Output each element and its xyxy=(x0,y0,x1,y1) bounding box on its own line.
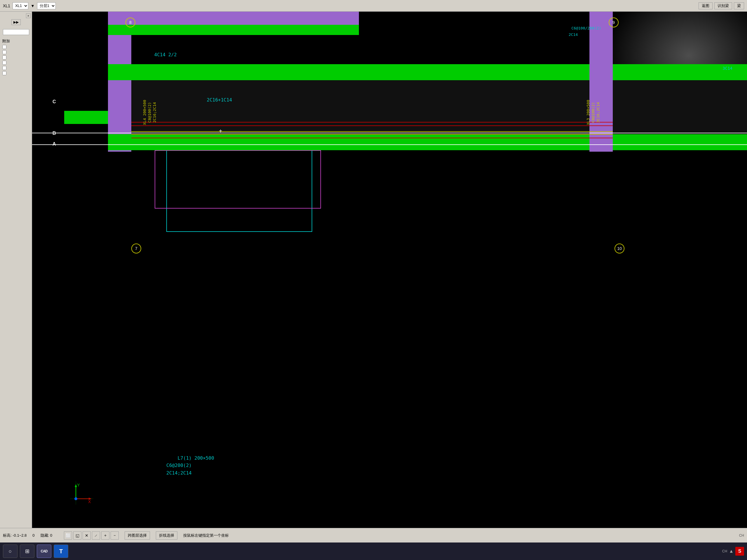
axis-a-line xyxy=(32,144,747,145)
xl3-text: XL3 200×500C8@100(2)3C16;2C14 xyxy=(586,100,601,125)
svg-text:X: X xyxy=(88,499,91,504)
right-3c14: 3C14 xyxy=(713,60,732,77)
rebar-line-1 xyxy=(131,122,613,123)
node-10: 10 xyxy=(615,243,624,254)
node-8: 8 xyxy=(126,18,135,27)
svg-text:Y: Y xyxy=(77,483,80,487)
identify-beam-btn[interactable]: 识别梁 xyxy=(714,2,732,9)
element-select[interactable]: XL1 xyxy=(12,2,28,9)
xl4-text-container: XL4 200×500C8@100(2)2C16;2C14 xyxy=(146,76,163,134)
top-rebar-2c14: 2C14 xyxy=(559,27,578,43)
axis-b-label: B xyxy=(53,131,56,136)
top-toolbar: XL1 XL1 ▼ 分层1 返图 识别梁 梁 xyxy=(0,0,747,12)
checkbox-6[interactable] xyxy=(2,71,6,75)
zero-label: 0 xyxy=(32,533,34,537)
node-9: 9 xyxy=(609,18,619,27)
green-overlay-top xyxy=(108,25,359,35)
checkbox-2[interactable] xyxy=(2,50,6,54)
top-right-buttons: 返图 识别梁 梁 xyxy=(699,2,744,9)
green-accent-left xyxy=(64,111,108,124)
plus-btn[interactable]: ＋ xyxy=(101,531,109,540)
l7-text: L7(1) 200×500C6@200(2)2C14;2C14 xyxy=(166,447,214,484)
instruction-text: 按鼠标左键指定第一个坐标 xyxy=(183,533,229,538)
checkbox-3[interactable] xyxy=(2,55,6,59)
layer-label: ▼ xyxy=(31,3,35,8)
node-7: 7 xyxy=(131,243,141,254)
hidden-label: 隐藏: 0 xyxy=(41,533,52,538)
green-beam-bottom xyxy=(108,134,747,150)
crosshair: + xyxy=(219,128,222,134)
xl3-text-container: XL3 200×500C8@100(2)3C16;2C14 xyxy=(589,76,607,134)
taskbar-s-btn[interactable]: S xyxy=(735,547,744,556)
taskbar-right: CH ▲ S xyxy=(722,547,744,556)
sidebar-expand-btn[interactable]: ▶▶ xyxy=(11,19,21,25)
taskbar: ○ ⊞ CAD T CH ▲ S xyxy=(0,542,747,560)
rebar-line-3 xyxy=(131,138,613,138)
axis-a-label: A xyxy=(53,141,56,147)
corner-label: CH xyxy=(739,533,744,537)
polyline-select-btn[interactable]: 折线选择 xyxy=(156,531,177,540)
xl4-text: XL4 200×500C8@100(2)2C16;2C14 xyxy=(143,100,157,125)
checkbox-row-4 xyxy=(2,61,6,65)
snap-box-btn[interactable]: ◱ xyxy=(73,531,81,540)
checkbox-row-6 xyxy=(2,71,6,75)
cross-layer-btn[interactable]: 跨图层选择 xyxy=(125,531,150,540)
axis-indicator: Y X xyxy=(70,481,93,505)
taskbar-ch-label: CH xyxy=(722,549,727,553)
minus-btn[interactable]: － xyxy=(110,531,119,540)
elevation-label: 标高: -0.1~2.8 xyxy=(3,533,27,538)
taskbar-circle-btn[interactable]: ○ xyxy=(3,544,18,558)
green-beam-top xyxy=(108,64,747,80)
taskbar-up-icon: ▲ xyxy=(729,549,733,554)
yellow-line-2 xyxy=(131,134,613,135)
axis-c-label: C xyxy=(53,99,56,104)
cad-canvas[interactable]: C B A 8 7 10 9 C6@100/200(2) 2C14 4C14 2… xyxy=(32,12,747,528)
checkbox-row-1 xyxy=(2,45,6,49)
snap-rect-btn[interactable]: ⬜ xyxy=(64,531,72,540)
element-label: XL1 xyxy=(3,3,10,8)
taskbar-t-btn[interactable]: T xyxy=(54,544,68,558)
checkbox-1[interactable] xyxy=(2,45,6,49)
icon-buttons: ⬜ ◱ ✕ ⟋ ＋ － xyxy=(64,531,119,540)
checkbox-row-3 xyxy=(2,55,6,59)
return-btn[interactable]: 返图 xyxy=(699,2,713,9)
layer-select[interactable]: 分层1 xyxy=(37,2,56,9)
purple-mid-left xyxy=(108,111,131,128)
rebar-line-2 xyxy=(131,126,613,126)
sidebar-close-btn[interactable]: × xyxy=(26,14,31,18)
taskbar-grid-btn[interactable]: ⊞ xyxy=(20,544,34,558)
taskbar-cad-btn[interactable]: CAD xyxy=(37,544,51,558)
top-4c14: 4C14 2/2 xyxy=(143,45,177,65)
sidebar-search-input[interactable] xyxy=(3,29,29,35)
beam-btn[interactable]: 梁 xyxy=(734,2,744,9)
yellow-line-1 xyxy=(131,131,613,132)
checkbox-row-5 xyxy=(2,66,6,70)
purple-beam-top-h xyxy=(108,12,359,26)
axis-b-line xyxy=(32,133,747,133)
magenta-box xyxy=(155,150,321,209)
bottom-status-bar: 标高: -0.1~2.8 0 隐藏: 0 ⬜ ◱ ✕ ⟋ ＋ － 跨图层选择 折… xyxy=(0,528,747,542)
left-sidebar: × ▶▶ 附加 xyxy=(0,12,32,528)
center-2c16: 2C16+1C14 xyxy=(196,90,232,110)
checkbox-row-2 xyxy=(2,50,6,54)
sidebar-section-label: 附加 xyxy=(2,38,10,44)
close-btn[interactable]: ✕ xyxy=(83,531,91,540)
checkbox-4[interactable] xyxy=(2,61,6,65)
angle-btn[interactable]: ⟋ xyxy=(92,531,100,540)
checkbox-5[interactable] xyxy=(2,66,6,70)
